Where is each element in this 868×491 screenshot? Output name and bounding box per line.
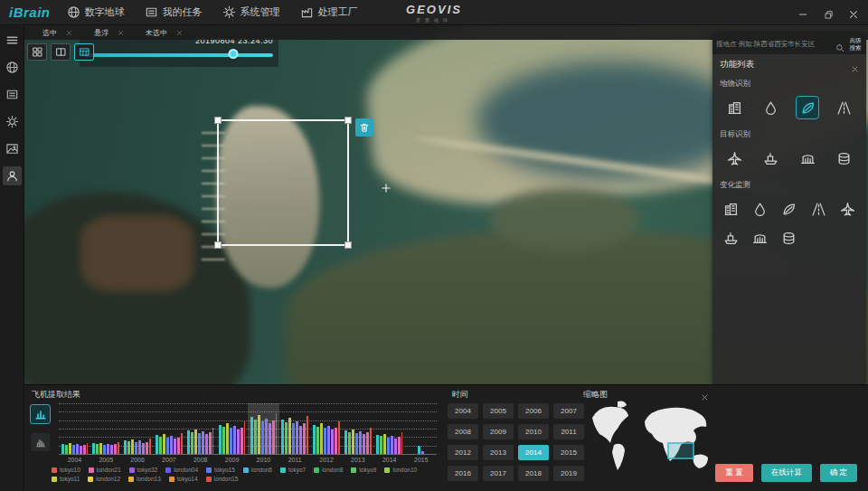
nav-item-2[interactable]: 我的任务: [145, 5, 203, 19]
search-icon[interactable]: [835, 40, 844, 49]
legend-item-london8[interactable]: london8: [314, 467, 343, 473]
legend-item-tokyo11[interactable]: tokyo11: [52, 476, 80, 482]
bar-group-2007[interactable]: [153, 403, 184, 454]
tab-close-icon[interactable]: [118, 30, 124, 36]
function-plane-button[interactable]: [723, 147, 745, 169]
bar-group-2011[interactable]: [279, 403, 311, 454]
year-button-2017[interactable]: 2017: [483, 466, 514, 481]
function-road-button[interactable]: [834, 97, 855, 118]
function-droplet-button[interactable]: [750, 198, 771, 220]
function-bridge-button[interactable]: [797, 147, 818, 169]
function-building-button[interactable]: [720, 198, 741, 220]
legend-item-london6[interactable]: london6: [243, 467, 272, 473]
year-button-2009[interactable]: 2009: [483, 424, 514, 439]
action-button-1[interactable]: 重 置: [715, 464, 752, 482]
tab-close-icon[interactable]: [176, 30, 183, 36]
function-ship-button[interactable]: [720, 227, 741, 249]
function-building-button[interactable]: [723, 97, 745, 118]
panel-close-icon[interactable]: [851, 61, 859, 69]
map-tool-table-button[interactable]: [74, 43, 94, 61]
map-tool-split-button[interactable]: [51, 43, 71, 61]
function-bridge-button[interactable]: [750, 227, 771, 249]
legend-item-london12[interactable]: london12: [88, 476, 120, 482]
maximize-button[interactable]: [823, 7, 834, 18]
sidebar-item-tasks[interactable]: [3, 85, 22, 104]
year-button-2006[interactable]: 2006: [518, 403, 549, 419]
search-input[interactable]: 搜地点 例如:陕西省西安市长安区: [716, 40, 832, 49]
year-button-2008[interactable]: 2008: [448, 424, 478, 439]
world-map-thumbnail[interactable]: [587, 398, 721, 485]
function-tank-button[interactable]: [834, 147, 855, 169]
nav-item-4[interactable]: 处理工厂: [300, 5, 358, 19]
bar-group-2010[interactable]: [248, 403, 279, 454]
map-tool-grid-button[interactable]: [27, 43, 47, 61]
sidebar-item-menu[interactable]: [3, 31, 22, 50]
tab-close-icon[interactable]: [66, 30, 72, 36]
selection-handle-se[interactable]: [344, 241, 352, 249]
bar-group-2015[interactable]: [405, 403, 437, 454]
legend-item-london21[interactable]: london21: [89, 467, 121, 473]
sidebar-item-image[interactable]: [3, 139, 22, 158]
selection-handle-ne[interactable]: [344, 117, 352, 124]
action-button-3[interactable]: 确 定: [820, 464, 857, 482]
bar-group-2004[interactable]: [59, 403, 90, 454]
map-selection-rectangle[interactable]: [217, 119, 349, 246]
legend-item-tokyo14[interactable]: tokyo14: [169, 476, 198, 482]
year-button-2014[interactable]: 2014: [518, 445, 549, 460]
tab-3[interactable]: 未选中: [137, 25, 192, 40]
year-button-2018[interactable]: 2018: [518, 466, 549, 481]
year-button-2012[interactable]: 2012: [448, 445, 478, 460]
nav-item-3[interactable]: 系统管理: [222, 5, 280, 19]
legend-item-london04[interactable]: london04: [165, 467, 198, 473]
bar-group-2014[interactable]: [373, 403, 405, 454]
minimize-button[interactable]: [797, 7, 808, 18]
function-tank-button[interactable]: [778, 227, 800, 249]
nav-item-1[interactable]: 数字地球: [67, 5, 125, 19]
year-button-2019[interactable]: 2019: [553, 466, 584, 481]
timeline-slider-handle[interactable]: [229, 49, 239, 59]
bar-group-2013[interactable]: [342, 403, 373, 454]
year-button-2005[interactable]: 2005: [483, 403, 514, 419]
function-plane-button[interactable]: [837, 198, 859, 220]
year-button-2004[interactable]: 2004: [448, 403, 478, 419]
year-button-2015[interactable]: 2015: [553, 445, 584, 460]
location-search-bar[interactable]: 搜地点 例如:陕西省西安市长安区 高级搜索: [712, 34, 866, 54]
year-button-2011[interactable]: 2011: [553, 424, 584, 439]
bar-group-2006[interactable]: [122, 403, 154, 454]
bar-group-2005[interactable]: [90, 403, 122, 454]
results-panel-close-icon[interactable]: [701, 389, 709, 397]
action-button-2[interactable]: 在线计算: [761, 464, 812, 482]
legend-item-london15[interactable]: london15: [206, 476, 239, 482]
tab-2[interactable]: 悬浮: [85, 25, 133, 40]
sidebar-item-globe[interactable]: [3, 58, 22, 77]
bar-group-2009[interactable]: [216, 403, 248, 454]
legend-item-tokyo10[interactable]: tokyo10: [52, 467, 80, 473]
legend-item-london10[interactable]: london10: [384, 467, 417, 473]
tab-1[interactable]: 选中: [33, 25, 81, 40]
bar-group-2012[interactable]: [311, 403, 343, 454]
year-button-2016[interactable]: 2016: [448, 466, 478, 481]
selection-handle-sw[interactable]: [214, 241, 222, 249]
sidebar-item-gear[interactable]: [3, 112, 22, 131]
close-button[interactable]: [848, 7, 859, 18]
sidebar-item-assistant[interactable]: [3, 166, 22, 185]
year-button-2013[interactable]: 2013: [483, 445, 514, 460]
year-button-2007[interactable]: 2007: [553, 403, 584, 419]
year-button-2010[interactable]: 2010: [518, 424, 549, 439]
function-leaf-button[interactable]: [778, 198, 800, 220]
advanced-search-button[interactable]: 高级搜索: [848, 37, 863, 52]
delete-selection-button[interactable]: [355, 118, 373, 137]
timeline-slider-track[interactable]: [85, 53, 273, 57]
function-road-button[interactable]: [807, 198, 829, 220]
bar-group-2008[interactable]: [184, 403, 216, 454]
legend-item-tokyo32[interactable]: tokyo32: [129, 467, 158, 473]
legend-item-tokyo7[interactable]: tokyo7: [280, 467, 306, 473]
chart-toggle-barchart-button[interactable]: [31, 405, 50, 423]
function-ship-button[interactable]: [760, 147, 782, 169]
legend-item-tokyo9[interactable]: tokyo9: [351, 467, 376, 473]
legend-item-london13[interactable]: london13: [128, 476, 161, 482]
function-droplet-button[interactable]: [760, 97, 782, 118]
chart-toggle-histogram-button[interactable]: [31, 433, 50, 451]
function-leaf-button[interactable]: [797, 97, 818, 118]
selection-handle-nw[interactable]: [214, 117, 222, 124]
